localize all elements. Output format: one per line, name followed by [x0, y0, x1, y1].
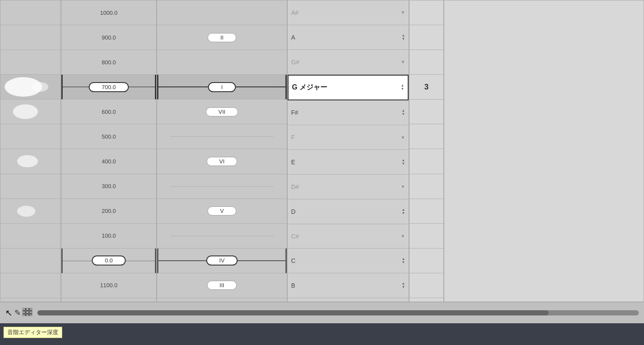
waveform-row-3: [0, 75, 60, 100]
chord-row-3: I: [157, 75, 287, 100]
freq-row-0: 1000.0: [61, 0, 156, 25]
chord-row-10: IV: [157, 249, 287, 273]
key-dropdown-0[interactable]: ▼: [401, 10, 405, 15]
number-row-11: [409, 273, 443, 298]
freq-label-9: 100.0: [102, 232, 116, 239]
stepper-down-1[interactable]: ▼: [402, 37, 405, 41]
key-stepper-8[interactable]: ▲ ▼: [402, 208, 405, 215]
scrollbar-track[interactable]: [37, 310, 639, 315]
freq-row-7: 300.0: [61, 174, 156, 199]
key-stepper-6[interactable]: ▲ ▼: [402, 159, 405, 166]
stepper-down-6[interactable]: ▼: [402, 162, 405, 166]
chord-row-2: -: [157, 50, 287, 75]
key-row-2: G# ▼: [288, 50, 409, 75]
key-label-5: F: [291, 134, 399, 141]
number-value-3: 3: [424, 83, 429, 92]
key-row-6: E ▲ ▼: [288, 150, 409, 175]
stepper-down-3[interactable]: ▼: [401, 87, 404, 91]
waveform-row-9: [0, 224, 60, 249]
key-row-3[interactable]: G メジャー ▲ ▼: [288, 75, 409, 101]
key-dropdown-9[interactable]: ▼: [401, 234, 405, 239]
freq-label-7: 300.0: [102, 183, 116, 189]
tooltip-text: 音階エディター深度: [7, 329, 58, 335]
waveform-row-11: [0, 273, 60, 298]
svg-rect-27: [23, 314, 25, 316]
svg-rect-14: [0, 224, 59, 248]
key-row-5: F ▼: [288, 125, 409, 150]
freq-pill-active: 700.0: [89, 82, 129, 92]
chord-row-0: -: [157, 0, 287, 25]
svg-rect-25: [26, 311, 29, 313]
key-label-3: G メジャー: [292, 83, 399, 92]
key-label-1: A: [291, 34, 400, 41]
number-row-9: [409, 224, 443, 249]
pencil-tool-button[interactable]: ✎: [14, 308, 21, 318]
number-panel: 3: [409, 0, 444, 323]
content-area: 1000.0 900.0 800.0 700.0 600.0 500: [0, 0, 644, 323]
chord-pill-10: IV: [206, 255, 238, 265]
chord-row-8: V: [157, 199, 287, 224]
tooltip: 音階エディター深度: [3, 327, 62, 338]
svg-point-10: [17, 155, 38, 167]
svg-rect-23: [30, 308, 32, 310]
chord-row-6: VI: [157, 149, 287, 174]
svg-rect-15: [0, 249, 59, 273]
chord-panel: - II - I VII: [157, 0, 287, 323]
key-label-9: C#: [291, 233, 399, 240]
svg-rect-2: [0, 50, 59, 74]
chord-row-4: VII: [157, 100, 287, 124]
freq-label-4: 600.0: [102, 109, 116, 115]
key-stepper-3[interactable]: ▲ ▼: [401, 84, 404, 91]
freq-label-6: 400.0: [102, 158, 116, 165]
key-label-2: G#: [291, 59, 399, 66]
chord-row-11: III: [157, 273, 287, 298]
freq-row-10: 0.0: [61, 249, 156, 273]
key-row-1: A ▲ ▼: [288, 25, 409, 50]
key-stepper-4[interactable]: ▲ ▼: [402, 109, 405, 116]
key-dropdown-2[interactable]: ▼: [401, 60, 405, 64]
chord-row-9: [157, 224, 287, 249]
freq-label-0: 1000.0: [100, 10, 117, 16]
number-row-1: [409, 25, 443, 50]
key-dropdown-7[interactable]: ▼: [401, 184, 405, 189]
freq-row-8: 200.0: [61, 199, 156, 224]
freq-pill-10: 0.0: [92, 255, 126, 265]
svg-rect-28: [26, 314, 29, 316]
key-row-8: D ▲ ▼: [288, 199, 409, 224]
waveform-row-10: [0, 249, 60, 273]
chord-pill-1: II: [208, 33, 236, 42]
key-label-10: C: [291, 257, 400, 264]
svg-rect-0: [0, 0, 59, 25]
stepper-down-11[interactable]: ▼: [402, 285, 405, 289]
waveform-row-6: [0, 149, 60, 174]
freq-label-5: 500.0: [102, 133, 116, 140]
key-label-0: A#: [291, 9, 399, 16]
key-row-7: D# ▼: [288, 175, 409, 199]
grid-icon: [23, 308, 32, 316]
freq-row-9: 100.0: [61, 224, 156, 249]
svg-rect-24: [23, 311, 25, 313]
waveform-row-8: [0, 199, 60, 224]
freq-row-5: 500.0: [61, 124, 156, 149]
chord-line-7: [170, 186, 274, 187]
chord-pill-3: I: [208, 82, 236, 92]
waveform-row-5: [0, 124, 60, 149]
key-label-6: E: [291, 159, 400, 166]
key-stepper-10[interactable]: ▲ ▼: [402, 257, 405, 264]
key-stepper-1[interactable]: ▲ ▼: [402, 34, 405, 41]
stepper-down-8[interactable]: ▼: [402, 212, 405, 215]
key-row-4: F# ▲ ▼: [288, 100, 409, 125]
key-dropdown-5[interactable]: ▼: [401, 135, 405, 140]
svg-rect-8: [0, 124, 59, 149]
chord-pill-11: III: [207, 281, 237, 290]
waveform-row-2: [0, 50, 60, 75]
key-stepper-11[interactable]: ▲ ▼: [402, 282, 405, 289]
stepper-down-4[interactable]: ▼: [402, 113, 405, 116]
grid-tool-button[interactable]: [23, 308, 32, 318]
freq-row-1: 900.0: [61, 25, 156, 50]
scrollbar-thumb[interactable]: [37, 310, 549, 315]
key-label-7: D#: [291, 183, 399, 190]
toolbar: ↖ ✎: [0, 302, 644, 323]
cursor-tool-button[interactable]: ↖: [5, 308, 13, 318]
stepper-down-10[interactable]: ▼: [402, 261, 405, 264]
